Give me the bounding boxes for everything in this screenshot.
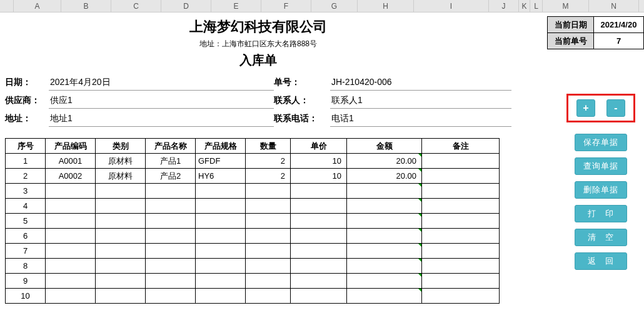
cell-price[interactable] xyxy=(291,199,347,214)
cell-seq[interactable]: 1 xyxy=(6,154,46,169)
cell-spec[interactable] xyxy=(196,229,246,244)
table-row[interactable]: 1A0001原材料产品1GFDF21020.00 xyxy=(6,154,500,169)
cell-cat[interactable] xyxy=(96,289,146,304)
cell-qty[interactable] xyxy=(246,289,291,304)
cell-note[interactable] xyxy=(422,259,500,274)
col-header-A[interactable]: A xyxy=(14,0,61,12)
cell-amt[interactable] xyxy=(347,289,422,304)
cell-seq[interactable]: 7 xyxy=(6,244,46,259)
cell-note[interactable] xyxy=(422,274,500,289)
cell-name[interactable] xyxy=(146,199,196,214)
cell-code[interactable] xyxy=(46,214,96,229)
cell-code[interactable] xyxy=(46,184,96,199)
cell-code[interactable] xyxy=(46,244,96,259)
cell-price[interactable] xyxy=(291,229,347,244)
cell-seq[interactable]: 4 xyxy=(6,199,46,214)
add-row-button[interactable]: + xyxy=(576,99,595,117)
cell-amt[interactable] xyxy=(347,199,422,214)
cell-note[interactable] xyxy=(422,229,500,244)
cell-cat[interactable] xyxy=(96,274,146,289)
cell-price[interactable] xyxy=(291,259,347,274)
contact-value[interactable]: 联系人1 xyxy=(330,93,511,109)
cell-spec[interactable] xyxy=(196,244,246,259)
print-button[interactable]: 打 印 xyxy=(575,205,627,222)
cell-price[interactable] xyxy=(291,274,347,289)
col-header-G[interactable]: G xyxy=(311,0,358,12)
cell-code[interactable] xyxy=(46,259,96,274)
col-header-N[interactable]: N xyxy=(589,0,639,12)
cell-qty[interactable] xyxy=(246,184,291,199)
cell-note[interactable] xyxy=(422,169,500,184)
cell-amt[interactable] xyxy=(347,244,422,259)
cell-amt[interactable] xyxy=(347,184,422,199)
cell-amt[interactable] xyxy=(347,214,422,229)
cell-name[interactable] xyxy=(146,214,196,229)
cell-qty[interactable]: 2 xyxy=(246,154,291,169)
cell-seq[interactable]: 3 xyxy=(6,184,46,199)
cell-seq[interactable]: 8 xyxy=(6,259,46,274)
cell-price[interactable]: 10 xyxy=(291,169,347,184)
cell-cat[interactable] xyxy=(96,184,146,199)
back-button[interactable]: 返 回 xyxy=(575,252,627,270)
cell-code[interactable] xyxy=(46,274,96,289)
cell-code[interactable] xyxy=(46,199,96,214)
table-row[interactable]: 8 xyxy=(6,259,500,274)
col-header-K[interactable]: K xyxy=(519,0,530,12)
cell-price[interactable] xyxy=(291,184,347,199)
col-header-J[interactable]: J xyxy=(489,0,519,12)
order-no-value[interactable]: JH-210420-006 xyxy=(330,75,511,91)
cell-cat[interactable]: 原材料 xyxy=(96,154,146,169)
cell-name[interactable] xyxy=(146,229,196,244)
cell-amt[interactable] xyxy=(347,274,422,289)
save-button[interactable]: 保存单据 xyxy=(575,134,627,151)
table-row[interactable]: 4 xyxy=(6,199,500,214)
cell-cat[interactable] xyxy=(96,259,146,274)
cell-spec[interactable]: GFDF xyxy=(196,154,246,169)
col-header-L[interactable]: L xyxy=(530,0,543,12)
cell-amt[interactable] xyxy=(347,229,422,244)
cell-code[interactable] xyxy=(46,289,96,304)
address-value[interactable]: 地址1 xyxy=(49,111,274,127)
cell-spec[interactable] xyxy=(196,184,246,199)
cell-spec[interactable] xyxy=(196,289,246,304)
cell-qty[interactable] xyxy=(246,244,291,259)
cell-price[interactable] xyxy=(291,214,347,229)
cell-qty[interactable] xyxy=(246,199,291,214)
table-row[interactable]: 3 xyxy=(6,184,500,199)
cell-cat[interactable]: 原材料 xyxy=(96,169,146,184)
cell-qty[interactable] xyxy=(246,274,291,289)
cell-spec[interactable] xyxy=(196,214,246,229)
cell-note[interactable] xyxy=(422,214,500,229)
col-header-D[interactable]: D xyxy=(161,0,211,12)
col-header-H[interactable]: H xyxy=(358,0,414,12)
cell-name[interactable] xyxy=(146,289,196,304)
table-row[interactable]: 6 xyxy=(6,229,500,244)
cell-name[interactable] xyxy=(146,244,196,259)
cell-cat[interactable] xyxy=(96,199,146,214)
cell-cat[interactable] xyxy=(96,214,146,229)
cell-amt[interactable]: 20.00 xyxy=(347,154,422,169)
cell-name[interactable]: 产品2 xyxy=(146,169,196,184)
cell-spec[interactable]: HY6 xyxy=(196,169,246,184)
clear-button[interactable]: 清 空 xyxy=(575,229,627,246)
col-header-F[interactable]: F xyxy=(261,0,311,12)
cell-name[interactable] xyxy=(146,184,196,199)
table-row[interactable]: 2A0002原材料产品2HY621020.00 xyxy=(6,169,500,184)
cell-spec[interactable] xyxy=(196,274,246,289)
remove-row-button[interactable]: - xyxy=(606,99,625,117)
delete-button[interactable]: 删除单据 xyxy=(575,181,627,199)
cell-note[interactable] xyxy=(422,199,500,214)
cell-price[interactable]: 10 xyxy=(291,154,347,169)
cell-qty[interactable] xyxy=(246,259,291,274)
supplier-value[interactable]: 供应1 xyxy=(49,93,274,109)
cell-note[interactable] xyxy=(422,184,500,199)
cell-seq[interactable]: 9 xyxy=(6,274,46,289)
query-button[interactable]: 查询单据 xyxy=(575,157,627,175)
cell-cat[interactable] xyxy=(96,244,146,259)
cell-seq[interactable]: 5 xyxy=(6,214,46,229)
table-row[interactable]: 10 xyxy=(6,289,500,304)
cell-spec[interactable] xyxy=(196,259,246,274)
cell-note[interactable] xyxy=(422,289,500,304)
col-header-I[interactable]: I xyxy=(414,0,489,12)
cell-note[interactable] xyxy=(422,154,500,169)
